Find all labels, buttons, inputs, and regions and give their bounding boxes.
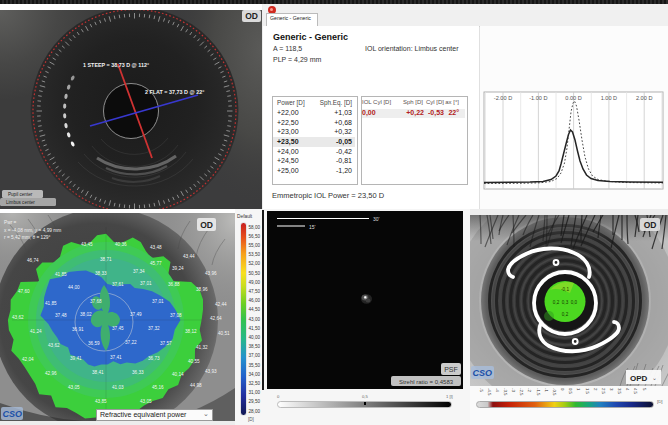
svg-text:44,00: 44,00 — [68, 285, 80, 290]
svg-text:39,41: 39,41 — [70, 356, 82, 361]
svg-text:37,49: 37,49 — [130, 312, 142, 317]
svg-text:41,85: 41,85 — [55, 272, 67, 277]
svg-text:37,61: 37,61 — [112, 282, 124, 287]
svg-text:47,60: 47,60 — [18, 289, 30, 294]
svg-text:39,24: 39,24 — [172, 266, 184, 271]
svg-text:37,08: 37,08 — [170, 313, 182, 318]
svg-text:Strehl ratio = 0,4583: Strehl ratio = 0,4583 — [399, 379, 454, 385]
svg-text:-1.00 D: -1.00 D — [529, 95, 547, 101]
svg-text:38,33: 38,33 — [95, 271, 107, 276]
svg-text:CSO: CSO — [473, 368, 493, 378]
svg-text:CSO: CSO — [3, 409, 23, 419]
svg-text:37,01: 37,01 — [152, 299, 164, 304]
svg-text:PSF: PSF — [444, 366, 458, 373]
svg-text:37,68: 37,68 — [90, 299, 102, 304]
svg-text:OD: OD — [245, 11, 258, 21]
svg-text:36,73: 36,73 — [148, 356, 160, 361]
svg-text:40,14: 40,14 — [172, 372, 184, 377]
svg-text:38,71: 38,71 — [100, 257, 112, 262]
svg-text:2.00 D: 2.00 D — [636, 95, 652, 101]
svg-text:42,04: 42,04 — [22, 357, 34, 362]
svg-text:40,55: 40,55 — [188, 359, 200, 364]
svg-text:42,64: 42,64 — [210, 316, 222, 321]
svg-text:37,34: 37,34 — [133, 269, 145, 274]
svg-text:Pupil center: Pupil center — [8, 192, 33, 197]
svg-text:44,98: 44,98 — [190, 383, 202, 388]
svg-text:40,51: 40,51 — [218, 331, 230, 336]
svg-text:45,16: 45,16 — [152, 385, 164, 390]
svg-text:38,41: 38,41 — [92, 370, 104, 375]
svg-text:-0,1: -0,1 — [561, 287, 569, 292]
svg-text:0.00 D: 0.00 D — [565, 95, 581, 101]
svg-text:43,48: 43,48 — [150, 245, 162, 250]
svg-text:1 STEEP = 38,73 D @ 112°: 1 STEEP = 38,73 D @ 112° — [83, 62, 149, 68]
svg-text:46,74: 46,74 — [27, 258, 39, 263]
svg-text:42,96: 42,96 — [45, 371, 57, 376]
svg-text:37,41: 37,41 — [110, 355, 122, 360]
svg-text:2 FLAT = 37,73 D @ 22°: 2 FLAT = 37,73 D @ 22° — [145, 89, 204, 95]
svg-text:OD: OD — [644, 220, 657, 230]
svg-text:1.00 D: 1.00 D — [601, 95, 617, 101]
svg-text:40,36: 40,36 — [115, 242, 127, 247]
svg-text:-2.00 D: -2.00 D — [494, 95, 512, 101]
svg-text:30': 30' — [373, 216, 380, 222]
svg-text:36,33: 36,33 — [132, 370, 144, 375]
svg-text:43,62: 43,62 — [48, 343, 60, 348]
svg-text:0,2 0,3 0,0: 0,2 0,3 0,0 — [553, 300, 578, 305]
svg-text:0,2: 0,2 — [562, 312, 569, 317]
svg-text:15': 15' — [309, 224, 316, 230]
svg-text:37,45: 37,45 — [112, 326, 124, 331]
svg-text:OPD: OPD — [630, 374, 648, 383]
svg-text:36,59: 36,59 — [88, 341, 100, 346]
svg-text:37,32: 37,32 — [148, 326, 160, 331]
svg-text:37,57: 37,57 — [160, 341, 172, 346]
svg-text:OD: OD — [200, 220, 213, 230]
svg-text:38,12: 38,12 — [185, 329, 197, 334]
svg-text:x = -4,08 mm, y = 4,99 mm: x = -4,08 mm, y = 4,99 mm — [4, 228, 61, 233]
svg-text:43,05: 43,05 — [68, 385, 80, 390]
svg-text:37,48: 37,48 — [55, 313, 67, 318]
svg-text:⌄: ⌄ — [652, 375, 657, 381]
svg-text:37,01: 37,01 — [140, 281, 152, 286]
svg-text:r = 5,42 mm, θ = 129°: r = 5,42 mm, θ = 129° — [4, 235, 51, 240]
svg-text:42,44: 42,44 — [215, 302, 227, 307]
svg-text:41,03: 41,03 — [112, 385, 124, 390]
svg-text:43,05: 43,05 — [140, 399, 152, 404]
svg-text:41,32: 41,32 — [196, 345, 208, 350]
svg-text:38,96: 38,96 — [196, 287, 208, 292]
svg-text:43,85: 43,85 — [95, 399, 107, 404]
svg-text:43,62: 43,62 — [12, 315, 24, 320]
svg-text:41,24: 41,24 — [30, 329, 42, 334]
svg-text:45,77: 45,77 — [150, 261, 162, 266]
svg-text:36,91: 36,91 — [72, 327, 84, 332]
svg-text:43,93: 43,93 — [205, 369, 217, 374]
svg-text:Limbus center: Limbus center — [6, 200, 35, 205]
svg-text:Pwr =: Pwr = — [4, 220, 17, 225]
svg-text:43,44: 43,44 — [183, 254, 195, 259]
svg-text:43,45: 43,45 — [81, 242, 93, 247]
svg-text:38,02: 38,02 — [80, 312, 92, 317]
svg-text:41,85: 41,85 — [45, 301, 57, 306]
svg-text:37,22: 37,22 — [125, 340, 137, 345]
svg-text:36,88: 36,88 — [168, 282, 180, 287]
svg-text:43,96: 43,96 — [205, 271, 217, 276]
